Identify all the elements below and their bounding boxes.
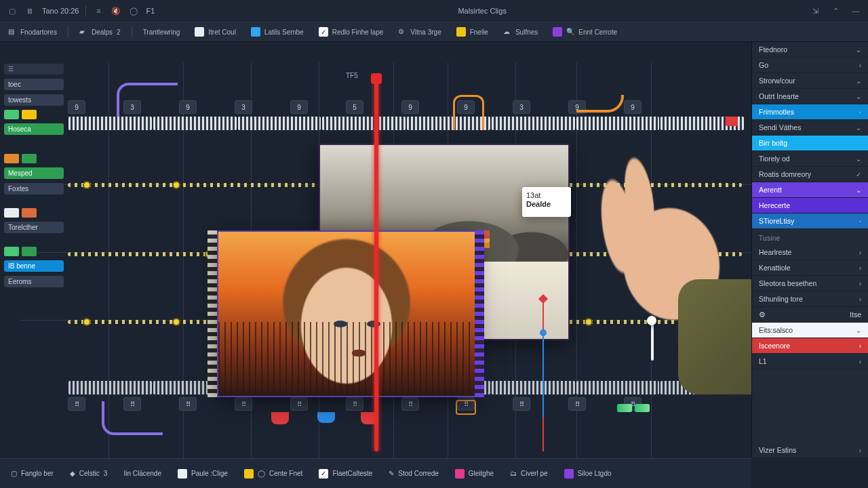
keyframe[interactable]: [172, 181, 180, 189]
mute-icon[interactable]: 🔇: [111, 5, 121, 16]
time-index-cell[interactable]: ⠿: [513, 397, 530, 411]
time-index-cell[interactable]: 9: [624, 100, 642, 114]
track-chip-toec[interactable]: toec: [4, 79, 64, 90]
footer-flaet[interactable]: ✓FlaetCalteste: [315, 467, 376, 481]
time-index-cell[interactable]: 9: [68, 100, 85, 114]
toolbar-ennt-cerrote[interactable]: 🔍 Ennt Cerrote: [549, 26, 621, 38]
marker-rod[interactable]: [651, 320, 654, 361]
time-index-cell[interactable]: 9: [401, 100, 419, 114]
time-index-cell[interactable]: 3: [235, 100, 252, 114]
toolbar-dealps[interactable]: ▰ Dealps 2: [75, 26, 125, 37]
ruler-top[interactable]: [68, 117, 745, 130]
keyframe[interactable]: [83, 318, 91, 326]
toolbar-itret-coul[interactable]: Itret Coul: [191, 26, 240, 38]
sidebar-item-herecerte[interactable]: Herecerte: [752, 198, 868, 214]
time-index-cell[interactable]: ⠿: [68, 397, 85, 411]
track-chip-towests[interactable]: towests: [4, 94, 64, 106]
drag-tag-card[interactable]: 13at Dealde: [522, 187, 571, 217]
timeline-canvas[interactable]: TF5 9 3 9 3 9 5 9 9 3 9 9: [0, 42, 751, 458]
doc-icon[interactable]: 🗎: [24, 5, 35, 16]
footer-fanglo[interactable]: ▢Fanglo ber: [7, 468, 58, 479]
sidebar-item-outrt[interactable]: Outrt Inearte⌄: [752, 89, 868, 104]
sidebar-item-l1[interactable]: L1›: [752, 354, 868, 369]
sidebar-item-go[interactable]: Go›: [752, 58, 868, 73]
range-bracket-icon[interactable]: [453, 95, 484, 130]
track-color[interactable]: [22, 110, 37, 119]
sidebar-item-sendi[interactable]: Sendi Váthes⌄: [752, 120, 868, 136]
keyframe[interactable]: [83, 181, 91, 189]
time-index-cell[interactable]: 9: [179, 100, 197, 114]
keyframe[interactable]: [585, 318, 593, 326]
track-color[interactable]: [22, 247, 37, 256]
track-color[interactable]: [4, 208, 19, 218]
toolbar-latils-sembe[interactable]: Latils Sembe: [247, 26, 308, 38]
sidebar-item-stiorel[interactable]: STioreLtisy·: [752, 214, 868, 229]
footer-stod[interactable]: ✎Stod Correde: [384, 468, 442, 479]
maximize-icon[interactable]: ⌃: [830, 5, 841, 16]
time-index-cell[interactable]: ⠿: [568, 397, 586, 411]
footer-paule[interactable]: Paule :Clige: [174, 467, 232, 481]
sidebar-item-kenatt[interactable]: Kenattiole›: [752, 260, 868, 276]
footer-celstic[interactable]: ◆Celstic3: [66, 468, 112, 479]
playhead-main[interactable]: [374, 80, 378, 451]
footer-cente[interactable]: ◯Cente Fnet: [240, 467, 307, 481]
time-index-cell[interactable]: 5: [346, 100, 363, 114]
record-icon[interactable]: ◯: [128, 5, 139, 16]
toolbar-fnelie[interactable]: Fnelie: [452, 26, 492, 38]
marker-dot[interactable]: [647, 316, 656, 325]
sidebar-dropdown[interactable]: Eits:salsco⌄: [752, 323, 868, 338]
sidebar-item-aerentt[interactable]: Aerentt⌄: [752, 182, 868, 198]
end-marker[interactable]: [726, 117, 738, 126]
track-color[interactable]: [4, 110, 19, 119]
track-color[interactable]: [4, 154, 19, 163]
time-index-cell[interactable]: ⠿: [179, 397, 197, 411]
selection-box[interactable]: [456, 400, 476, 415]
keyframe[interactable]: [172, 318, 180, 326]
footer-gleitghe[interactable]: Gleitghe: [451, 467, 498, 481]
toolbar-vitna[interactable]: ⚙ Vitna 3rge: [394, 26, 445, 37]
track-color[interactable]: [22, 154, 37, 163]
sidebar-item-roatis[interactable]: Roatis domreory✓: [752, 167, 868, 182]
footer-siloe[interactable]: Siloe Ltgdo: [560, 467, 616, 481]
time-index-cell[interactable]: ⠿: [290, 397, 308, 411]
track-color[interactable]: [4, 247, 19, 256]
time-index-cell[interactable]: ⠿: [346, 397, 363, 411]
track-chip-eeroms[interactable]: Eeroms: [4, 276, 64, 287]
app-menu-icon[interactable]: ▢: [7, 5, 18, 16]
track-chip-foxtes[interactable]: Foxtes: [4, 183, 64, 195]
sidebar-item-strorw[interactable]: Strorw/cour⌄: [752, 73, 868, 89]
track-chip-mesped[interactable]: Mesped: [4, 167, 64, 179]
minimize-icon[interactable]: —: [850, 5, 861, 16]
time-index-cell[interactable]: ⠿: [123, 397, 141, 411]
sidebar-item-tiorely[interactable]: Tiorely od⌄: [752, 151, 868, 167]
sidebar-item-birr[interactable]: Birr boltg: [752, 136, 868, 151]
toolbar-sulfnes[interactable]: ☁ Sulfnes: [499, 26, 542, 37]
track-chip-ibbenne[interactable]: IB benne: [4, 260, 64, 272]
time-index-cell[interactable]: ⠿: [401, 397, 419, 411]
chevron-down-icon[interactable]: ⌄: [856, 46, 861, 54]
time-index-cell[interactable]: 3: [513, 100, 530, 114]
track-group-header[interactable]: ☰: [4, 64, 64, 75]
track-color[interactable]: [22, 208, 37, 218]
sidebar-item-sleotora[interactable]: Sleotora besethen›: [752, 276, 868, 291]
track-chip-torelcther[interactable]: Torelcther: [4, 222, 64, 233]
footer-iin[interactable]: Iin Cläcende: [119, 468, 165, 479]
toolbar-redlo[interactable]: ✓ Redlo Finhe lape: [315, 26, 388, 38]
position-handle[interactable]: [317, 412, 335, 423]
sidebar-footer[interactable]: Vizer Estins›: [752, 443, 868, 458]
collapse-icon[interactable]: ⇲: [810, 5, 821, 16]
sidebar-item-frimmotles[interactable]: Frimmotles·: [752, 104, 868, 120]
sidebar-item-hearl[interactable]: Hearlreste›: [752, 245, 868, 260]
time-index-cell[interactable]: 9: [290, 100, 308, 114]
marker-blue[interactable]: [542, 333, 544, 418]
toolbar-trantlewring[interactable]: Trantlewring: [139, 27, 184, 37]
toolbar-fnodartores[interactable]: ▤ Fnodartores: [4, 26, 61, 37]
sidebar-item-sthunling[interactable]: Sthunling tore›: [752, 291, 868, 307]
time-index-cell[interactable]: ⠿: [235, 397, 252, 411]
range-start-handle[interactable]: [271, 412, 289, 424]
footer-civerl[interactable]: 🗂Civerl pe: [506, 468, 551, 479]
preview-frame-front[interactable]: [217, 230, 476, 397]
track-chip-hoseca[interactable]: Hoseca: [4, 123, 64, 135]
sidebar-item-danger[interactable]: Isceenore›: [752, 338, 868, 354]
sidebar-item-itse[interactable]: ⚙ Itse: [752, 307, 868, 323]
